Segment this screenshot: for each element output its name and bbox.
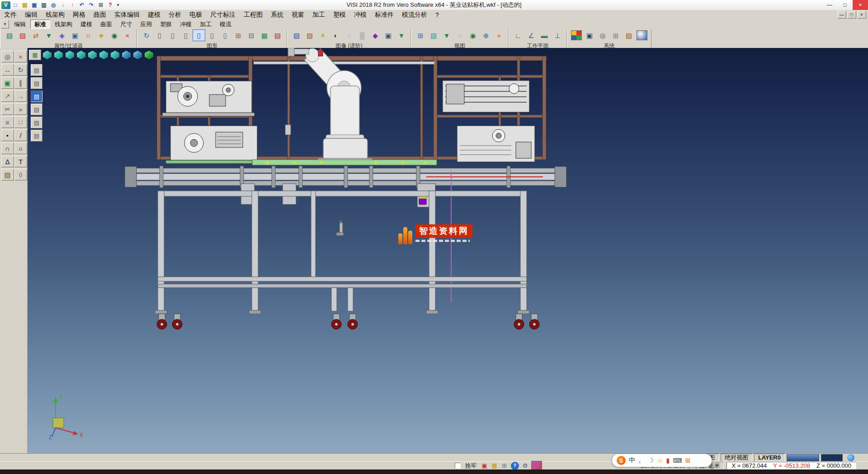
arc-icon[interactable]: ∩ (1, 142, 14, 154)
background-icon[interactable]: ▒ (356, 29, 368, 41)
menu-item[interactable]: 网格 (69, 10, 90, 19)
menu-item[interactable]: 文件 (0, 10, 21, 19)
menu-item[interactable]: 系统 (267, 10, 288, 19)
tab[interactable]: 建模 (77, 20, 96, 28)
transparency-icon[interactable]: ◌ (343, 29, 355, 41)
rotate-view-icon[interactable] (133, 51, 142, 59)
lock-checkbox[interactable] (455, 463, 461, 469)
eraser-icon[interactable]: ◊ (14, 169, 27, 180)
rotate-icon[interactable]: ↻ (14, 64, 27, 76)
tab[interactable]: 塑膜 (156, 20, 175, 28)
point-icon[interactable]: • (1, 129, 14, 141)
tab[interactable]: 加工 (196, 20, 215, 28)
moon-icon[interactable]: ☽ (648, 457, 654, 464)
color-map-icon[interactable] (571, 30, 582, 40)
axonometric-view-icon[interactable] (122, 51, 131, 59)
menu-item[interactable]: 工程图 (240, 10, 267, 19)
ime-mode-toggle[interactable]: 中 (629, 456, 635, 465)
menu-item[interactable]: 建模 (144, 10, 165, 19)
view-mode-cell[interactable]: 绝对视图 (721, 454, 752, 462)
copy-icon[interactable]: ▣ (1, 77, 14, 89)
section-box-icon[interactable]: ⊟ (245, 29, 258, 41)
stretch-icon[interactable]: → (14, 90, 27, 102)
menu-item[interactable]: 分析 (165, 10, 185, 19)
circle-icon[interactable]: ○ (14, 142, 27, 154)
scale-icon[interactable]: ↗ (1, 90, 14, 102)
isolate-icon[interactable]: ◉ (108, 29, 121, 41)
hatch-icon[interactable]: ▨ (623, 29, 635, 41)
capture-icon[interactable]: ▣ (382, 29, 395, 41)
redo-icon[interactable]: ↷ (87, 1, 96, 9)
menu-item[interactable]: 视窗 (288, 10, 308, 19)
highlight-icon[interactable]: ★ (95, 29, 108, 41)
tab[interactable]: 模流 (216, 20, 235, 28)
keyboard-icon[interactable]: ⌨ (673, 457, 682, 464)
system-options-icon[interactable]: ⊞ (609, 29, 622, 41)
print-icon[interactable]: ▥ (39, 1, 48, 9)
smiley-icon[interactable]: ☺ (657, 457, 663, 464)
view-box-icon[interactable]: ⊞ (232, 29, 245, 41)
help-icon[interactable]: ? (106, 1, 115, 9)
shadow-icon[interactable]: ◐ (330, 29, 342, 41)
menu-item[interactable]: 塑模 (329, 10, 350, 19)
tab[interactable]: 尺寸 (117, 20, 136, 28)
open-file-icon[interactable]: ▤ (20, 1, 29, 9)
display-mode-2-icon[interactable]: ▯ (166, 29, 179, 41)
plane-list-icon[interactable]: ▤ (31, 77, 42, 89)
right-view-icon[interactable] (111, 51, 119, 59)
line-icon[interactable]: / (14, 129, 27, 141)
display-mode-5-icon[interactable]: ▯ (206, 29, 218, 41)
trim-icon[interactable]: ✂ (1, 103, 14, 115)
selection-mask-icon[interactable]: ▣ (69, 29, 81, 41)
close-button[interactable]: × (853, 0, 868, 10)
attribute-copy-icon[interactable]: ⇄ (29, 29, 42, 41)
mdi-close-button[interactable]: × (857, 11, 866, 19)
grid-toggle-icon[interactable]: ⊞ (500, 462, 509, 470)
layer-list-icon[interactable]: ▤ (31, 90, 42, 102)
tab[interactable]: 线架构 (51, 20, 76, 28)
tab[interactable]: 标准 (30, 19, 50, 29)
menu-item[interactable]: 标准件 (371, 10, 398, 19)
layer-cell[interactable]: LAYER0 (754, 454, 785, 462)
attribute-table-icon[interactable]: ▤ (271, 29, 284, 41)
help-assist-icon[interactable]: ? (511, 462, 519, 470)
menu-item[interactable]: 实体编辑 (110, 10, 144, 19)
extend-icon[interactable]: » (14, 103, 27, 115)
new-file-icon[interactable]: □ (11, 1, 20, 9)
text-icon[interactable]: T (14, 156, 27, 167)
texture-map-icon[interactable]: ▨ (303, 29, 316, 41)
tab-overflow-icon[interactable]: ▼ (1, 20, 9, 28)
render-icon[interactable]: ◆ (369, 29, 382, 41)
delete-icon[interactable]: × (14, 51, 27, 62)
menu-item[interactable]: 模流分析 (398, 10, 431, 19)
reset-filter-icon[interactable]: × (121, 29, 134, 41)
profile-icon[interactable]: ▣ (480, 462, 490, 470)
monitor-icon[interactable]: ▣ (583, 29, 596, 41)
menu-item[interactable]: ? (431, 10, 443, 19)
visi-logo-icon[interactable]: V (1, 1, 10, 9)
left-view-icon[interactable] (99, 51, 108, 59)
workplane-3points-icon[interactable]: ∠ (525, 29, 538, 41)
viewport[interactable]: ▦ ▤▤▤▤▤▤ 智造资料网 Y X Z (28, 48, 868, 453)
shaded-view-icon[interactable] (145, 51, 153, 59)
punctuation-icon[interactable]: 。 (638, 456, 645, 465)
group-list-icon[interactable]: ▤ (31, 104, 42, 115)
export-icon[interactable]: ↑ (68, 1, 77, 9)
pattern-icon[interactable]: ∷ (14, 116, 27, 128)
mdi-restore-button[interactable]: □ (847, 11, 856, 19)
maximize-button[interactable]: □ (837, 0, 853, 10)
layer-color-swatch[interactable] (787, 454, 819, 461)
view-filter-icon[interactable]: ▼ (440, 29, 453, 41)
translate-icon[interactable]: ↔ (1, 64, 14, 76)
mdi-minimize-button[interactable]: — (837, 11, 846, 19)
workplane-xy-icon[interactable]: ∟ (512, 29, 524, 41)
top-view-icon[interactable] (54, 51, 63, 59)
sogou-logo-icon[interactable]: S (617, 456, 626, 465)
toolbox-icon[interactable]: ⊞ (685, 457, 691, 464)
display-mode-6-icon[interactable]: ▯ (219, 29, 231, 41)
minimize-button[interactable]: — (822, 0, 837, 10)
advanced-shading-icon[interactable]: ▧ (290, 29, 303, 41)
offset-icon[interactable]: ≡ (1, 116, 14, 128)
iso-view-icon[interactable] (43, 51, 52, 59)
color-table-icon[interactable]: ▦ (258, 29, 271, 41)
